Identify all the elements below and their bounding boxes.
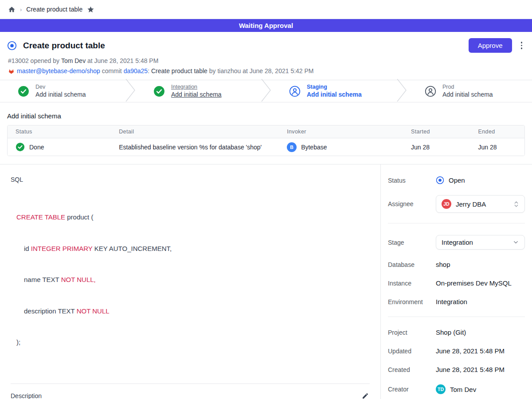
check-circle-icon bbox=[153, 86, 165, 97]
issue-author: Tom Dev bbox=[61, 57, 86, 64]
sql-keyword: INTEGER PRIMARY bbox=[31, 245, 93, 252]
check-circle-icon bbox=[16, 142, 25, 152]
stage-integration[interactable]: Integration Add initial schema bbox=[136, 80, 261, 102]
stage-select[interactable]: Integration bbox=[436, 235, 525, 250]
gitlab-icon bbox=[8, 68, 15, 74]
project-label: Project bbox=[388, 329, 436, 336]
breadcrumb-page-title: Create product table bbox=[26, 6, 82, 13]
issue-meta-prefix: #13002 opened by bbox=[8, 57, 61, 64]
task-invoker: Bytebase bbox=[301, 144, 327, 151]
invoker-avatar: B bbox=[287, 142, 297, 152]
stage-separator-chevron bbox=[261, 79, 271, 103]
sql-text: description TEXT bbox=[24, 307, 77, 315]
issue-header: Create product table Approve #13002 open… bbox=[0, 32, 532, 80]
commit-line: master@bytebase-demo/shop commit da90a25… bbox=[8, 67, 525, 74]
col-ended: Ended bbox=[470, 129, 524, 135]
branch-repo-link[interactable]: master@bytebase-demo/shop bbox=[17, 67, 100, 74]
stage-env-label: Staging bbox=[307, 84, 362, 91]
col-started: Started bbox=[403, 129, 470, 135]
stage-task-label: Add initial schema bbox=[442, 91, 493, 99]
stage-prod[interactable]: Prod Add initial schema bbox=[407, 80, 532, 102]
task-table-header: Status Detail Invoker Started Ended bbox=[8, 125, 524, 138]
environment-label: Environment bbox=[388, 298, 436, 305]
task-started: Jun 28 bbox=[403, 144, 470, 151]
description-label: Description bbox=[11, 392, 42, 399]
chevron-right-icon: › bbox=[20, 6, 22, 13]
commit-message: Create product table bbox=[151, 67, 207, 74]
commit-hash-link[interactable]: da90a25 bbox=[124, 67, 148, 74]
sql-text: id bbox=[24, 245, 31, 252]
col-detail: Detail bbox=[111, 129, 279, 135]
updated-value: June 28, 2021 5:48 PM bbox=[436, 347, 505, 355]
sql-text: ); bbox=[16, 338, 20, 346]
stage-env-label: Prod bbox=[442, 84, 493, 91]
sql-keyword: NOT NULL, bbox=[61, 276, 96, 283]
created-label: Created bbox=[388, 366, 436, 373]
task-ended: Jun 28 bbox=[470, 144, 524, 151]
stage-separator-chevron bbox=[396, 79, 407, 103]
assignee-label: Assignee bbox=[388, 200, 436, 207]
assignee-select[interactable]: JD Jerry DBA bbox=[436, 195, 525, 213]
updated-label: Updated bbox=[388, 348, 436, 355]
section-divider bbox=[11, 383, 370, 384]
sidebar-divider bbox=[388, 317, 525, 317]
task-name-title: Add initial schema bbox=[7, 112, 525, 120]
database-value: shop bbox=[436, 261, 450, 268]
check-circle-icon bbox=[18, 86, 29, 97]
stage-task-label: Add initial schema bbox=[307, 91, 362, 99]
page-title: Create product table bbox=[23, 41, 105, 51]
approve-button[interactable]: Approve bbox=[469, 38, 512, 53]
banner-text: Waiting Approval bbox=[239, 22, 293, 29]
star-icon[interactable] bbox=[87, 6, 94, 13]
sql-text: KEY AUTO_INCREMENT, bbox=[92, 245, 172, 252]
sidebar-divider bbox=[388, 223, 525, 223]
main-column: SQL CREATE TABLE product ( id INTEGER PR… bbox=[0, 164, 380, 399]
stage-staging[interactable]: Staging Add initial schema bbox=[271, 80, 396, 102]
task-status: Done bbox=[29, 144, 44, 151]
issue-meta: #13002 opened by Tom Dev at June 28, 202… bbox=[8, 57, 525, 64]
project-value: Shop (Git) bbox=[436, 329, 466, 336]
col-status: Status bbox=[8, 129, 111, 135]
database-label: Database bbox=[388, 261, 436, 268]
breadcrumb: › Create product table bbox=[0, 0, 532, 19]
chevron-updown-icon bbox=[513, 200, 519, 208]
pipeline-stage-bar: Dev Add initial schema Integration Add i… bbox=[0, 80, 532, 102]
more-actions-icon[interactable] bbox=[518, 40, 525, 51]
pending-approval-icon bbox=[289, 86, 301, 97]
assignee-avatar: JD bbox=[442, 199, 451, 209]
stage-dev[interactable]: Dev Add initial schema bbox=[0, 80, 125, 102]
sql-code-block: CREATE TABLE product ( id INTEGER PRIMAR… bbox=[16, 191, 370, 368]
commit-colon: : bbox=[148, 67, 149, 74]
stage-label: Stage bbox=[388, 239, 436, 246]
stage-value: Integration bbox=[442, 239, 473, 246]
issue-meta-suffix: at June 28, 2021 5:48 PM bbox=[86, 57, 158, 64]
instance-value: On-premises Dev MySQL bbox=[436, 279, 512, 287]
creator-avatar: TD bbox=[436, 384, 446, 394]
issue-sidebar: Status Open Assignee JD Jerry DBA Stage bbox=[380, 164, 532, 399]
environment-value: Integration bbox=[436, 298, 467, 305]
status-open-icon bbox=[436, 176, 444, 184]
sql-keyword: NOT NULL bbox=[77, 307, 110, 315]
commit-byline: by tianzhou at June 28, 2021 5:42 PM bbox=[209, 67, 314, 74]
sql-text: product ( bbox=[65, 213, 93, 221]
approval-status-banner: Waiting Approval bbox=[0, 19, 532, 32]
sql-text: name TEXT bbox=[24, 276, 61, 283]
stage-env-label: Integration bbox=[171, 84, 222, 91]
chevron-down-icon bbox=[512, 239, 519, 246]
creator-value: Tom Dev bbox=[450, 386, 476, 393]
instance-label: Instance bbox=[388, 280, 436, 287]
stage-detail-section: Add initial schema Status Detail Invoker… bbox=[0, 102, 532, 164]
status-label: Status bbox=[388, 177, 436, 184]
stage-task-label: Add initial schema bbox=[35, 91, 86, 99]
table-row[interactable]: Done Established baseline version %s for… bbox=[8, 138, 524, 156]
home-icon[interactable] bbox=[8, 6, 16, 13]
col-invoker: Invoker bbox=[279, 129, 403, 135]
edit-pencil-icon[interactable] bbox=[361, 391, 370, 399]
commit-word: commit bbox=[102, 67, 122, 74]
assignee-value: Jerry DBA bbox=[456, 200, 486, 208]
created-value: June 28, 2021 5:48 PM bbox=[436, 366, 505, 373]
pending-approval-icon bbox=[425, 86, 436, 97]
sql-keyword: CREATE TABLE bbox=[16, 213, 65, 221]
stage-separator-chevron bbox=[125, 79, 136, 103]
task-table: Status Detail Invoker Started Ended Done… bbox=[7, 125, 525, 156]
